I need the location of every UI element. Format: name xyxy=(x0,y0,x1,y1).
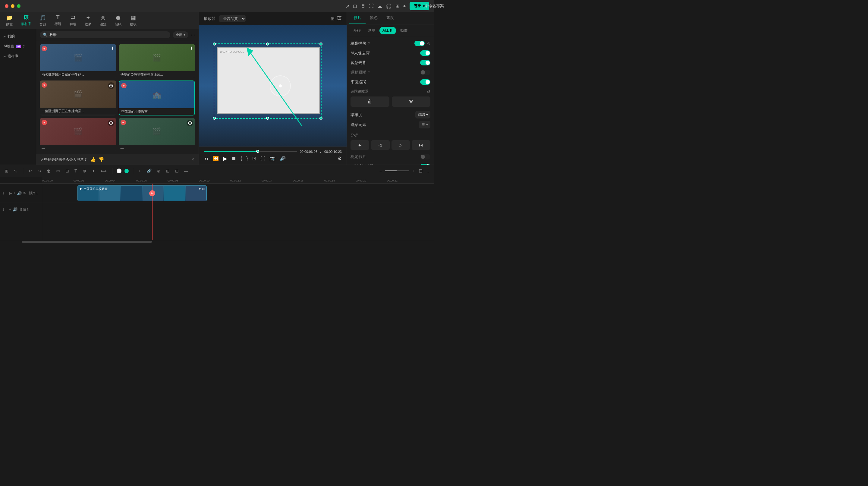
cloud-icon[interactable]: ☁ xyxy=(377,3,382,9)
toggle-ai-enhance[interactable] xyxy=(420,164,430,164)
sidebar-item-library[interactable]: ▶ 素材庫 xyxy=(0,51,36,61)
volume-track-icon[interactable]: 🔊 xyxy=(17,191,22,195)
pip-icon[interactable]: ⊡ xyxy=(174,167,180,175)
fullscreen-button[interactable]: ⛶ xyxy=(260,156,265,161)
headphone-icon[interactable]: 🎧 xyxy=(386,3,392,9)
grid-item-selected[interactable]: 🏫 ♥ 空蕩蕩的小學教室 xyxy=(119,81,195,116)
rewind-button[interactable]: ⏮ xyxy=(204,156,209,161)
screenshot-button[interactable]: 📷 xyxy=(270,156,276,161)
analysis-btn-last[interactable]: ⏭ xyxy=(412,140,430,150)
zoom-in-icon[interactable]: + xyxy=(411,167,415,175)
sidebar-item-mine[interactable]: ▶ 我的 xyxy=(0,31,36,41)
progress-bar[interactable] xyxy=(204,151,297,152)
progress-handle[interactable] xyxy=(256,150,259,153)
grid-item[interactable]: 🎬 ♥ ⊕ — xyxy=(40,118,116,151)
subtab-basic[interactable]: 基礎 xyxy=(350,27,364,34)
accuracy-select[interactable]: 默認 ▾ xyxy=(415,111,430,119)
bracket-close-button[interactable]: } xyxy=(246,156,248,161)
record-button[interactable] xyxy=(117,169,121,173)
delete-icon[interactable]: 🗑 xyxy=(45,167,52,175)
subtab-motion[interactable]: 動畫 xyxy=(397,27,410,34)
add-audio-icon[interactable]: + xyxy=(9,207,11,212)
tracking-handle-top[interactable] xyxy=(266,42,269,45)
toolbar-template[interactable]: ▦ 模板 xyxy=(126,13,140,28)
toolbar-effect[interactable]: ✦ 效果 xyxy=(81,13,95,28)
grid-item[interactable]: 🎬 ♥ ⊕ — xyxy=(119,118,195,151)
chroma-settings-icon[interactable]: ⊙ xyxy=(427,41,430,46)
filter-button[interactable]: 全部 ▾ xyxy=(173,31,188,38)
crop-button[interactable]: ⊡ xyxy=(252,156,256,161)
cut-icon[interactable]: ✂ xyxy=(55,167,61,175)
zoom-out-icon[interactable]: − xyxy=(378,167,383,175)
bracket-open-button[interactable]: { xyxy=(241,156,242,161)
thumbup-button[interactable]: 👍 xyxy=(90,157,96,162)
scrollbar-thumb[interactable] xyxy=(22,241,152,243)
quality-select[interactable]: 最高品質 xyxy=(219,15,246,22)
minus-icon[interactable]: — xyxy=(183,167,190,175)
tab-video[interactable]: 影片 xyxy=(349,12,366,24)
send-icon[interactable]: ↗ xyxy=(345,3,349,9)
toolbar-sticker[interactable]: ⬟ 貼紙 xyxy=(111,13,125,28)
toolbar-library[interactable]: 🖼 素材庫 xyxy=(18,13,35,28)
timeline-scrollbar[interactable] xyxy=(0,240,434,243)
subtab-ai[interactable]: AI工具 xyxy=(379,27,396,34)
analysis-btn-prev[interactable]: ◁ xyxy=(371,140,390,150)
tracking-handle-tl[interactable] xyxy=(213,42,216,45)
volume-audio-icon[interactable]: 🔊 xyxy=(13,207,18,212)
zoom-bar[interactable] xyxy=(385,170,409,171)
tracking-handle-bl[interactable] xyxy=(213,117,216,120)
text-icon[interactable]: T xyxy=(73,167,79,175)
grid-lines-icon[interactable]: ⊟ xyxy=(418,168,423,174)
volume-button[interactable]: 🔊 xyxy=(280,156,286,161)
more-options-icon[interactable]: ⋮ xyxy=(426,168,430,174)
search-input[interactable] xyxy=(50,33,167,37)
toolbar-title[interactable]: T 標題 xyxy=(51,13,65,28)
toggle-ai-portrait[interactable] xyxy=(420,50,430,56)
group-icon[interactable]: ⊞ xyxy=(165,167,171,175)
toolbar-media[interactable]: 📁 媒體 xyxy=(2,13,16,28)
tab-speed[interactable]: 速度 xyxy=(382,12,398,24)
tab-color[interactable]: 顏色 xyxy=(366,12,382,24)
toolbar-transition[interactable]: ⇄ 轉場 xyxy=(66,13,80,28)
thumbdown-button[interactable]: 👎 xyxy=(98,157,104,162)
playhead-marker[interactable]: ✂ xyxy=(149,190,155,196)
delete-tracker-button[interactable]: 🗑 xyxy=(350,96,390,107)
tracking-handle-br[interactable] xyxy=(319,117,322,120)
grid-item[interactable]: 🎬 ♥ ⬇ 兩名戴著醫用口罩的學生站... xyxy=(40,44,116,78)
effect-icon[interactable]: ✦ xyxy=(90,167,96,175)
grid-item[interactable]: 🎬 ⬇ 快樂的亞洲男孩在托盤上舔... xyxy=(119,44,195,78)
reset-tracker-icon[interactable]: ↺ xyxy=(427,89,430,94)
analysis-btn-play[interactable]: ▷ xyxy=(392,140,410,150)
tracking-handle-bottom[interactable] xyxy=(266,117,269,120)
settings-button[interactable]: ⚙ xyxy=(338,156,342,161)
avatar-icon[interactable]: ● xyxy=(403,3,406,9)
minimize-button[interactable] xyxy=(11,4,14,8)
video-clip[interactable]: ▶ 空蕩蕩的學校教室 ♥ ⊞ xyxy=(78,185,207,201)
select-tool-icon[interactable]: ↖ xyxy=(13,167,19,175)
analysis-btn-first[interactable]: ⏮ xyxy=(350,140,369,150)
more-icon[interactable]: ⟺ xyxy=(99,167,108,175)
eye-tracker-button[interactable]: 👁 xyxy=(392,96,431,107)
toggle-smart-bg[interactable] xyxy=(420,60,430,65)
search-input-wrap[interactable]: 🔍 xyxy=(40,31,170,38)
play-icon[interactable]: ▶ xyxy=(9,191,12,195)
unlink-icon[interactable]: ⊗ xyxy=(156,167,162,175)
stop-button[interactable]: ⏹ xyxy=(231,156,236,161)
fullscreen-icon[interactable]: ⛶ xyxy=(369,3,374,9)
maximize-button[interactable] xyxy=(17,4,21,8)
more-button[interactable]: ⋯ xyxy=(191,33,195,37)
layout-icon[interactable]: ⊞ xyxy=(4,167,10,175)
snapshot-icon[interactable]: ⊡ xyxy=(353,3,357,9)
visibility-track-icon[interactable]: 👁 xyxy=(23,191,27,195)
prev-frame-button[interactable]: ⏪ xyxy=(213,156,219,161)
add-track-icon[interactable]: + xyxy=(13,191,16,195)
play-button[interactable]: ▶ xyxy=(223,155,227,162)
link-icon[interactable]: 🔗 xyxy=(145,167,153,175)
close-button[interactable] xyxy=(5,4,8,8)
link-element-select[interactable]: 無 ▾ xyxy=(419,121,430,128)
grid-icon[interactable]: ⊞ xyxy=(396,3,399,9)
add-media-icon[interactable]: + xyxy=(137,167,142,175)
crop-icon[interactable]: ⊡ xyxy=(64,167,70,175)
toggle-chroma[interactable] xyxy=(414,41,425,46)
redo-icon[interactable]: ↪ xyxy=(36,167,42,175)
